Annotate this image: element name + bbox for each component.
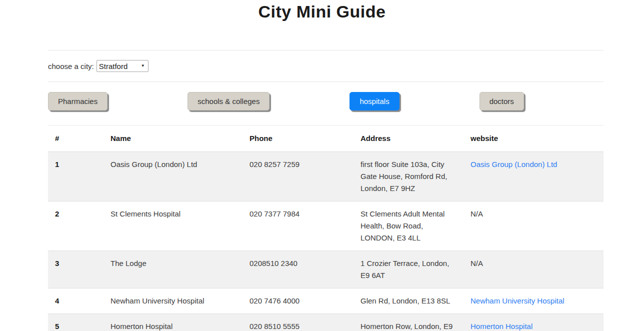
website-cell: N/A <box>464 251 604 288</box>
schools-colleges-button[interactable]: schools & colleges <box>188 92 270 110</box>
website-na: N/A <box>470 210 483 218</box>
website-cell: Newham University Hospital <box>464 288 604 314</box>
row-number: 2 <box>48 202 104 251</box>
table-header-row: # Name Phone Address website <box>48 126 604 152</box>
table-row: 4 Newham University Hospital 020 7476 40… <box>48 288 604 314</box>
table-row: 3 The Lodge 0208510 2340 1 Crozier Terra… <box>48 251 604 288</box>
header-phone: Phone <box>242 126 354 152</box>
hospital-name: Oasis Group (London) Ltd <box>104 152 242 202</box>
header-number: # <box>48 126 104 152</box>
hospital-name: Newham University Hospital <box>104 288 242 314</box>
hospital-name: The Lodge <box>104 251 242 288</box>
hospitals-button[interactable]: hospitals <box>350 92 399 110</box>
category-button-row: Pharmacies schools & colleges hospitals … <box>48 92 604 110</box>
header-name: Name <box>104 126 242 152</box>
hospital-address: 1 Crozier Terrace, London, E9 6AT <box>354 251 464 288</box>
doctors-button[interactable]: doctors <box>480 92 524 110</box>
row-number: 3 <box>48 251 104 288</box>
website-na: N/A <box>470 259 483 268</box>
website-link[interactable]: Homerton Hospital <box>470 322 532 330</box>
divider-middle <box>48 82 604 82</box>
table-row: 5 Homerton Hospital 020 8510 5555 Homert… <box>48 314 604 331</box>
hospital-address: first floor Suite 103a, City Gate House,… <box>354 152 464 202</box>
pharmacies-button[interactable]: Pharmacies <box>48 92 108 110</box>
hospital-address: St Clements Adult Mental Health, Bow Roa… <box>354 202 464 251</box>
hospital-phone: 020 7476 4000 <box>242 288 354 314</box>
city-chooser-row: choose a city: Stratford ▼ <box>48 50 604 82</box>
row-number: 5 <box>48 314 104 331</box>
website-cell: Oasis Group (London) Ltd <box>464 152 604 202</box>
city-select-wrap: Stratford ▼ <box>96 60 148 72</box>
hospitals-table: # Name Phone Address website 1 Oasis Gro… <box>48 125 604 331</box>
hospital-name: Homerton Hospital <box>104 314 242 331</box>
header-address: Address <box>354 126 464 152</box>
city-select-label: choose a city: <box>48 62 94 70</box>
table-row: 2 St Clements Hospital 020 7377 7984 St … <box>48 202 604 251</box>
website-link[interactable]: Oasis Group (London) Ltd <box>470 160 557 168</box>
website-cell: N/A <box>464 202 604 251</box>
page-title: City Mini Guide <box>0 0 644 22</box>
row-number: 1 <box>48 152 104 202</box>
website-cell: Homerton Hospital <box>464 314 604 331</box>
header-website: website <box>464 126 604 152</box>
hospital-address: Homerton Row, London, E9 6SR <box>354 314 464 331</box>
hospital-phone: 020 7377 7984 <box>242 202 354 251</box>
hospital-address: Glen Rd, London, E13 8SL <box>354 288 464 314</box>
hospital-phone: 020 8510 5555 <box>242 314 354 331</box>
city-select[interactable]: Stratford <box>96 60 148 72</box>
table-row: 1 Oasis Group (London) Ltd 020 8257 7259… <box>48 152 604 202</box>
website-link[interactable]: Newham University Hospital <box>470 296 564 305</box>
hospital-name: St Clements Hospital <box>104 202 242 251</box>
hospital-phone: 0208510 2340 <box>242 251 354 288</box>
hospital-phone: 020 8257 7259 <box>242 152 354 202</box>
row-number: 4 <box>48 288 104 314</box>
main-container: choose a city: Stratford ▼ Pharmacies sc… <box>48 50 604 331</box>
